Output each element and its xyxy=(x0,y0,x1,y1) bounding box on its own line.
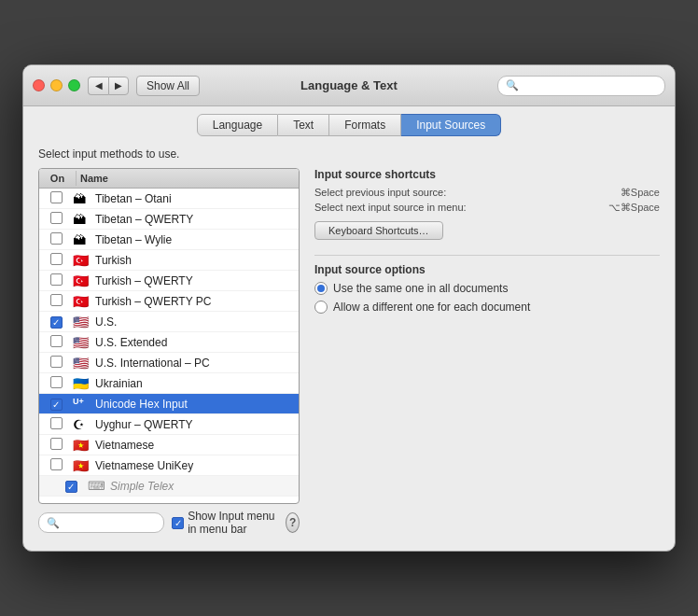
radio-different-button[interactable] xyxy=(314,301,328,314)
right-panel: Input source shortcuts Select previous i… xyxy=(314,168,660,536)
list-item[interactable]: ✓🇺🇸U.S. xyxy=(39,312,299,332)
item-checkbox[interactable] xyxy=(39,212,73,227)
item-checkbox[interactable] xyxy=(39,191,73,206)
instruction-text: Select input methods to use. xyxy=(38,147,660,161)
show-all-button[interactable]: Show All xyxy=(136,76,200,96)
list-item[interactable]: ✓U+Unicode Hex Input xyxy=(39,394,299,414)
options-title: Input source options xyxy=(314,263,660,276)
bottom-search-icon: 🔍 xyxy=(47,517,60,529)
list-item[interactable]: 🇹🇷Turkish xyxy=(39,250,299,271)
forward-button[interactable]: ▶ xyxy=(108,77,129,95)
item-checkbox[interactable] xyxy=(39,335,73,350)
item-label: Turkish xyxy=(95,254,299,267)
tab-text[interactable]: Text xyxy=(278,114,329,136)
radio-different[interactable]: Allow a different one for each document xyxy=(314,301,660,314)
item-flag-icon: 🇻🇳 xyxy=(73,439,91,452)
show-menu-checkbox[interactable]: ✓ xyxy=(172,517,184,529)
item-flag-icon: ☪ xyxy=(73,418,91,431)
item-label: Uyghur – QWERTY xyxy=(95,418,299,431)
item-checkbox[interactable] xyxy=(39,356,73,371)
tab-input-sources[interactable]: Input Sources xyxy=(401,114,501,136)
item-flag-icon: 🇹🇷 xyxy=(73,295,91,308)
list-item[interactable]: 🇹🇷Turkish – QWERTY PC xyxy=(39,291,299,312)
list-item[interactable]: ✓⌨Simple Telex xyxy=(39,476,299,497)
item-checkbox[interactable] xyxy=(39,273,73,288)
title-search[interactable]: 🔍 xyxy=(497,76,665,96)
item-flag-icon: 🇹🇷 xyxy=(73,254,91,267)
nav-buttons: ◀ ▶ xyxy=(88,77,129,95)
item-label: U.S. International – PC xyxy=(95,357,299,370)
maximize-button[interactable] xyxy=(68,79,80,91)
help-button[interactable]: ? xyxy=(286,512,300,533)
list-item[interactable]: 🏔Tibetan – Otani xyxy=(39,189,299,209)
radio-same-button[interactable] xyxy=(314,282,328,295)
bottom-search[interactable]: 🔍 xyxy=(38,512,164,533)
item-flag-icon: 🏔 xyxy=(73,192,91,205)
item-checkbox[interactable] xyxy=(39,376,73,391)
list-item[interactable]: 🇺🇸U.S. Extended xyxy=(39,332,299,353)
list-item[interactable]: ☪Uyghur – QWERTY xyxy=(39,414,299,435)
item-label: U.S. Extended xyxy=(95,336,299,349)
item-checkbox[interactable]: ✓ xyxy=(54,480,88,493)
shortcut-next: Select next input source in menu: ⌥⌘Spac… xyxy=(314,202,660,214)
list-item[interactable]: 🇺🇦Ukrainian xyxy=(39,373,299,394)
item-flag-icon: 🇺🇸 xyxy=(73,336,91,349)
list-header: On Name xyxy=(39,169,299,189)
traffic-lights xyxy=(33,79,80,91)
radio-same-label: Use the same one in all documents xyxy=(333,282,508,295)
options-section: Input source options Use the same one in… xyxy=(314,263,660,314)
list-item[interactable]: 🇻🇳Vietnamese UniKey xyxy=(39,455,299,476)
title-bar: ◀ ▶ Show All Language & Text 🔍 xyxy=(23,65,675,106)
item-checkbox[interactable] xyxy=(39,294,73,309)
item-label: Unicode Hex Input xyxy=(95,398,299,411)
radio-same[interactable]: Use the same one in all documents xyxy=(314,282,660,295)
minimize-button[interactable] xyxy=(50,79,63,91)
item-checkbox[interactable]: ✓ xyxy=(39,315,73,329)
window-title: Language & Text xyxy=(300,78,398,92)
close-button[interactable] xyxy=(33,79,45,91)
tab-formats[interactable]: Formats xyxy=(329,114,401,136)
back-button[interactable]: ◀ xyxy=(88,77,108,95)
list-item[interactable]: 🏔Tibetan – Wylie xyxy=(39,230,299,250)
col-name-header: Name xyxy=(77,171,299,186)
input-list: On Name 🏔Tibetan – Otani🏔Tibetan – QWERT… xyxy=(38,168,300,504)
bottom-search-input[interactable] xyxy=(63,517,156,528)
list-item[interactable]: 🇺🇸U.S. International – PC xyxy=(39,353,299,373)
item-checkbox[interactable] xyxy=(39,438,73,453)
item-label: Turkish – QWERTY xyxy=(95,274,299,287)
item-label: Tibetan – Otani xyxy=(95,192,299,205)
list-item[interactable]: 🇻🇳Vietnamese xyxy=(39,435,299,455)
show-menu-check[interactable]: ✓ Show Input menu in menu bar xyxy=(172,510,278,536)
list-item[interactable]: 🏔Tibetan – QWERTY xyxy=(39,209,299,230)
item-checkbox[interactable]: ✓ xyxy=(39,398,73,411)
item-flag-icon: 🏔 xyxy=(73,233,91,246)
item-flag-icon: 🇹🇷 xyxy=(73,274,91,287)
list-body[interactable]: 🏔Tibetan – Otani🏔Tibetan – QWERTY🏔Tibeta… xyxy=(39,189,299,503)
item-label: Vietnamese xyxy=(95,439,299,452)
item-checkbox[interactable] xyxy=(39,458,73,473)
radio-same-dot xyxy=(317,285,325,292)
tab-language[interactable]: Language xyxy=(197,114,278,136)
item-checkbox[interactable] xyxy=(39,232,73,247)
item-label: Ukrainian xyxy=(95,377,299,390)
shortcut-previous: Select previous input source: ⌘Space xyxy=(314,187,660,199)
item-checkbox[interactable] xyxy=(39,253,73,268)
main-window: ◀ ▶ Show All Language & Text 🔍 Language … xyxy=(22,64,676,552)
item-flag-icon: 🇻🇳 xyxy=(73,459,91,472)
item-label: Tibetan – Wylie xyxy=(95,233,299,246)
search-input[interactable] xyxy=(523,80,657,91)
search-icon: 🔍 xyxy=(506,79,519,91)
shortcut-previous-key: ⌘Space xyxy=(621,187,660,199)
item-flag-icon: 🇺🇸 xyxy=(73,315,91,329)
item-flag-icon: ⌨ xyxy=(88,480,106,493)
item-label: Vietnamese UniKey xyxy=(95,459,299,472)
item-flag-icon: U+ xyxy=(73,398,91,411)
item-checkbox[interactable] xyxy=(39,417,73,432)
radio-different-label: Allow a different one for each document xyxy=(333,301,530,314)
keyboard-shortcuts-button[interactable]: Keyboard Shortcuts… xyxy=(314,221,443,240)
shortcuts-title: Input source shortcuts xyxy=(314,168,660,181)
list-item[interactable]: 🇹🇷Turkish – QWERTY xyxy=(39,271,299,291)
content-area: Select input methods to use. On Name 🏔Ti… xyxy=(23,136,675,551)
item-flag-icon: 🏔 xyxy=(73,213,91,226)
bottom-bar: 🔍 ✓ Show Input menu in menu bar ? xyxy=(38,510,300,536)
